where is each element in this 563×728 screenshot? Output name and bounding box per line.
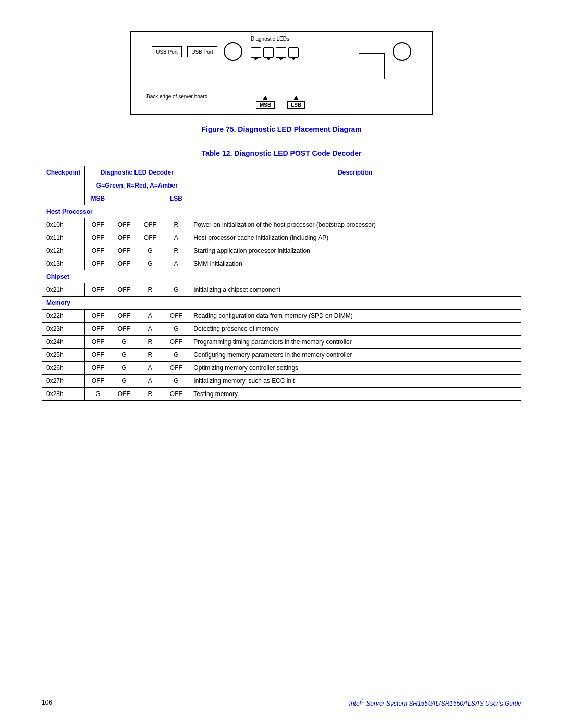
usb-port-2-label: USB Port [187,46,217,57]
diagram-box: USB Port USB Port Diagnostic LEDs Back e… [130,31,433,115]
color-legend-text: G=Green, R=Red, A=Amber [85,179,189,192]
color-legend-empty [42,179,85,192]
led-value-cell: OFF [85,218,111,231]
led-value-cell: OFF [85,283,111,297]
table-row: 0x25hOFFGRGConfiguring memory parameters… [42,349,521,362]
led-value-cell: A [163,231,189,244]
led-value-cell: R [137,336,163,349]
table-row: 0x11hOFFOFFOFFAHost processor cache init… [42,231,521,244]
checkpoint-cell: 0x12h [42,244,85,257]
description-cell: Reading configuration data from memory (… [189,310,521,323]
description-cell: Starting application processor initializ… [189,244,521,257]
checkpoint-cell: 0x22h [42,310,85,323]
table-row: 0x22hOFFOFFAOFFReading configuration dat… [42,310,521,323]
led-value-cell: OFF [85,310,111,323]
led-value-cell: OFF [111,231,137,244]
lsb-sub-header: LSB [163,192,189,205]
description-cell: SMM initialization [189,257,521,270]
table-title: Table 12. Diagnostic LED POST Code Decod… [42,149,521,157]
checkpoint-header: Checkpoint [42,166,85,179]
footer-intel-text: Intel [349,700,361,707]
led-value-cell: OFF [111,257,137,270]
table-row: 0x27hOFFGAGInitializing memory, such as … [42,375,521,388]
led-value-cell: R [163,244,189,257]
checkpoint-cell: 0x13h [42,257,85,270]
l-bracket [359,53,385,79]
section-name-cell: Chipset [42,270,521,283]
description-cell: Detecting presence of memory [189,323,521,336]
led-value-cell: OFF [85,257,111,270]
checkpoint-cell: 0x28h [42,388,85,401]
table-row: 0x28hGOFFROFFTesting memory [42,388,521,401]
led-value-cell: OFF [163,388,189,401]
table-row: 0x26hOFFGAOFFOptimizing memory controlle… [42,362,521,375]
led-value-cell: OFF [163,310,189,323]
usb-port-1-label: USB Port [152,46,182,57]
led-value-cell: G [111,349,137,362]
checkpoint-cell: 0x21h [42,283,85,297]
led-value-cell: OFF [137,231,163,244]
table-row: 0x21hOFFOFFRGInitializing a chipset comp… [42,283,521,297]
table-row: 0x23hOFFOFFAGDetecting presence of memor… [42,323,521,336]
led-value-cell: R [163,218,189,231]
led-value-cell: OFF [85,336,111,349]
led-value-cell: G [111,336,137,349]
led-value-cell: G [163,375,189,388]
col3-sub-header [137,192,163,205]
led-value-cell: R [137,283,163,297]
description-cell: Testing memory [189,388,521,401]
led-value-cell: OFF [111,388,137,401]
footer-title-suffix: Server System SR1550AL/SR1550ALSAS User'… [364,700,521,707]
led-value-cell: A [137,323,163,336]
led-value-cell: OFF [163,336,189,349]
led-value-cell: G [111,375,137,388]
led-icon-2 [263,47,274,58]
checkpoint-cell: 0x23h [42,323,85,336]
led-value-cell: R [137,388,163,401]
led-value-cell: R [137,349,163,362]
lsb-arrow [293,96,299,100]
description-cell: Initializing a chipset component [189,283,521,297]
msb-label: MSB [256,101,275,109]
description-cell: Host processor cache initialization (inc… [189,231,521,244]
page-number: 106 [42,699,52,707]
description-cell: Optimizing memory controller settings [189,362,521,375]
color-legend-desc-empty [189,179,521,192]
led-value-cell: G [163,283,189,297]
table-row: 0x24hOFFGROFFProgramming timing paramete… [42,336,521,349]
led-value-cell: OFF [85,323,111,336]
page-footer: 106 Intel® Server System SR1550AL/SR1550… [0,699,563,707]
back-edge-text: Back edge of server board [146,94,207,100]
led-value-cell: G [137,257,163,270]
section-name-cell: Memory [42,297,521,310]
led-value-cell: A [137,310,163,323]
description-cell: Power-on initialization of the host proc… [189,218,521,231]
table-row: 0x13hOFFOFFGASMM initialization [42,257,521,270]
led-value-cell: A [137,375,163,388]
led-value-cell: G [111,362,137,375]
msb-arrow-group: MSB [256,96,275,109]
checkpoint-cell: 0x11h [42,231,85,244]
footer-title: Intel® Server System SR1550AL/SR1550ALSA… [349,699,521,707]
footer-intel-reg: ® [361,699,364,704]
led-value-cell: OFF [111,310,137,323]
col2-sub-header [111,192,137,205]
description-cell: Initializing memory, such as ECC init [189,375,521,388]
led-value-cell: OFF [85,349,111,362]
led-value-cell: OFF [111,323,137,336]
lsb-label: LSB [287,101,305,109]
led-value-cell: OFF [137,218,163,231]
led-value-cell: G [137,244,163,257]
section-name-cell: Host Processor [42,205,521,218]
checkpoint-cell: 0x27h [42,375,85,388]
led-post-table: Checkpoint Diagnostic LED Decoder Descri… [42,166,521,401]
led-value-cell: OFF [111,283,137,297]
led-value-cell: A [163,257,189,270]
checkpoint-cell: 0x25h [42,349,85,362]
led-value-cell: G [85,388,111,401]
led-value-cell: G [163,323,189,336]
led-value-cell: OFF [85,231,111,244]
diag-leds-label: Diagnostic LEDs [251,36,289,42]
section-header-row: Host Processor [42,205,521,218]
led-value-cell: A [137,362,163,375]
